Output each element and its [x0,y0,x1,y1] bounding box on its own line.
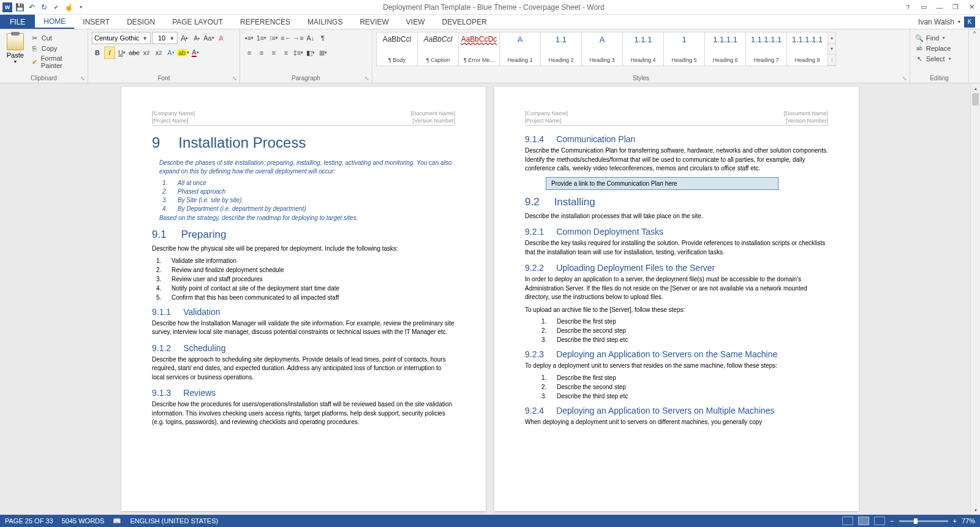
bullets-button[interactable]: •≡▾ [244,32,255,44]
highlight-button[interactable]: ab▾ [178,47,189,59]
user-name[interactable]: Ivan Walsh [918,18,954,26]
tab-view[interactable]: VIEW [398,15,434,29]
cut-button[interactable]: ✂Cut [29,33,84,43]
group-styles: AaBbCcl¶ BodyAaBbCcl¶ CaptionAaBbCcDc¶ E… [372,29,910,83]
find-button[interactable]: 🔍Find▾ [914,33,965,43]
paste-icon [7,33,24,50]
file-tab[interactable]: FILE [0,15,35,29]
style-item[interactable]: 1.1.1.1.1Heading 7 [745,32,787,66]
touch-icon[interactable]: ☝ [64,2,74,12]
tab-mailings[interactable]: MAILINGS [299,15,351,29]
text-effects-button[interactable]: A▾ [165,47,176,59]
brush-icon: ✔ [31,58,39,66]
close-icon[interactable]: ✕ [965,1,978,13]
paragraph-launcher[interactable]: ⤡ [364,75,369,82]
collapse-ribbon-icon[interactable]: ^ [973,31,976,37]
tab-review[interactable]: REVIEW [351,15,397,29]
styles-launcher[interactable]: ⤡ [902,75,907,82]
word-icon[interactable]: W [2,2,12,12]
style-item[interactable]: AHeading 1 [499,32,541,66]
select-button[interactable]: ↖Select▾ [914,54,965,64]
copy-button[interactable]: ⎘Copy [29,44,84,53]
editing-label: Editing [910,75,968,82]
align-left-button[interactable]: ≡ [244,47,255,59]
minimize-icon[interactable]: — [933,1,946,13]
font-name-combo[interactable]: Century Gothic▾ [92,32,151,44]
replace-button[interactable]: abReplace [914,44,965,53]
user-avatar[interactable]: K [964,17,975,28]
style-item[interactable]: AaBbCcDc¶ Error Me... [458,32,500,66]
group-editing: 🔍Find▾ abReplace ↖Select▾ Editing [910,29,969,83]
align-center-button[interactable]: ≡ [256,47,267,59]
tab-home[interactable]: HOME [35,15,74,29]
font-label: Font [88,75,239,82]
group-font: Century Gothic▾ 10▾ A▴ A▾ Aa▾ A̷ B I U▾ … [88,29,240,83]
change-case-button[interactable]: Aa▾ [203,32,214,44]
grow-font-button[interactable]: A▴ [179,32,190,44]
styles-label: Styles [372,75,910,82]
font-size-combo[interactable]: 10▾ [152,32,178,44]
clipboard-launcher[interactable]: ⤡ [80,75,85,82]
undo-icon[interactable]: ↶ [27,2,37,12]
style-item[interactable]: 1Heading 5 [663,32,705,66]
style-item[interactable]: 1.1.1.1Heading 6 [704,32,746,66]
line-spacing-button[interactable]: ‡≡▾ [293,47,304,59]
sort-button[interactable]: A↓ [305,32,316,44]
tab-insert[interactable]: INSERT [74,15,118,29]
spellcheck-icon[interactable]: ✔ [51,2,61,12]
styles-scroll[interactable]: ▴▾⁝ [827,32,836,66]
restore-icon[interactable]: ❐ [949,1,962,13]
numbering-button[interactable]: 1≡▾ [256,32,267,44]
redo-icon[interactable]: ↻ [39,2,49,12]
paragraph-label: Paragraph [240,75,372,82]
underline-button[interactable]: U▾ [116,47,127,59]
increase-indent-button[interactable]: →≡ [293,32,304,44]
titlebar: W 💾 ↶ ↻ ✔ ☝ ▾ Deployment Plan Template -… [0,0,980,15]
style-item[interactable]: AaBbCcl¶ Body [376,32,418,66]
subscript-button[interactable]: x2 [141,47,152,59]
chevron-down-icon[interactable]: ▾ [142,34,148,42]
scroll-up-icon[interactable]: ▴ [828,32,835,44]
group-clipboard: Paste ▾ ✂Cut ⎘Copy ✔Format Painter Clipb… [0,29,88,83]
italic-button[interactable]: I [104,47,115,59]
font-color-button[interactable]: A▾ [190,47,201,59]
find-icon: 🔍 [915,34,924,42]
justify-button[interactable]: ≡ [281,47,292,59]
style-item[interactable]: AHeading 3 [581,32,623,66]
paste-button[interactable]: Paste ▾ [4,31,27,64]
user-menu-icon[interactable]: ▾ [958,19,960,25]
ribbon-tabs: FILE HOME INSERT DESIGN PAGE LAYOUT REFE… [0,15,980,29]
strikethrough-button[interactable]: abc [129,47,140,59]
align-right-button[interactable]: ≡ [268,47,279,59]
chevron-down-icon[interactable]: ▾ [169,34,175,42]
bold-button[interactable]: B [92,47,103,59]
save-icon[interactable]: 💾 [15,2,24,12]
multilevel-button[interactable]: ⁝≡▾ [268,32,279,44]
style-item[interactable]: AaBbCcl¶ Caption [417,32,459,66]
show-marks-button[interactable]: ¶ [317,32,328,44]
font-launcher[interactable]: ⤡ [232,75,237,82]
style-item[interactable]: 1.1Heading 2 [540,32,582,66]
shrink-font-button[interactable]: A▾ [191,32,202,44]
paste-dropdown-icon[interactable]: ▾ [14,59,17,64]
ribbon-display-icon[interactable]: ▭ [918,1,930,13]
scroll-down-icon[interactable]: ▾ [828,44,835,55]
shading-button[interactable]: ◧▾ [305,47,316,59]
superscript-button[interactable]: x2 [153,47,164,59]
styles-expand-icon[interactable]: ⁝ [828,55,835,66]
style-item[interactable]: 1.1.1Heading 4 [622,32,664,66]
decrease-indent-button[interactable]: ≡← [281,32,292,44]
tab-developer[interactable]: DEVELOPER [433,15,495,29]
format-painter-button[interactable]: ✔Format Painter [29,54,84,70]
style-item[interactable]: 1.1.1.1.1Heading 8 [786,32,828,66]
clear-formatting-button[interactable]: A̷ [216,32,227,44]
ribbon: Paste ▾ ✂Cut ⎘Copy ✔Format Painter Clipb… [0,29,980,83]
tab-design[interactable]: DESIGN [118,15,164,29]
help-icon[interactable]: ? [902,1,914,13]
tab-page-layout[interactable]: PAGE LAYOUT [164,15,232,29]
group-paragraph: •≡▾ 1≡▾ ⁝≡▾ ≡← →≡ A↓ ¶ ≡ ≡ ≡ ≡ ‡≡▾ ◧▾ ⊞▾… [240,29,372,83]
tab-references[interactable]: REFERENCES [232,15,299,29]
qat-more-icon[interactable]: ▾ [76,2,86,12]
borders-button[interactable]: ⊞▾ [317,47,328,59]
select-icon: ↖ [915,55,924,63]
